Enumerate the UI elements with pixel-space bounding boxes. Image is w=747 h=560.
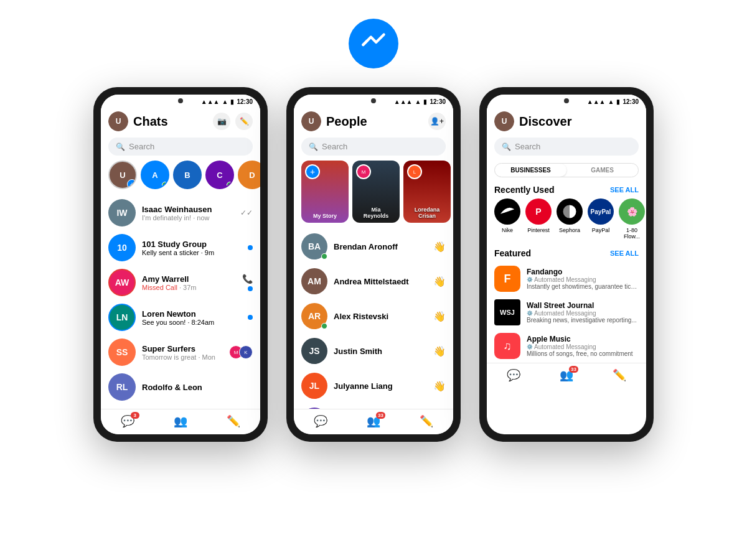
chat-item-rodolfo[interactable]: RL Rodolfo & Leon bbox=[101, 370, 260, 404]
apple-music-type: ⚙️ Automated Messaging bbox=[527, 343, 639, 350]
nav-chats-p[interactable]: 💬 bbox=[314, 414, 327, 428]
person-julyanne[interactable]: JL Julyanne Liang 👋 bbox=[294, 368, 453, 403]
my-story-bubble[interactable]: U + bbox=[108, 161, 137, 189]
loredana-label: LoredanaCrisan bbox=[403, 207, 451, 219]
fandango-name: Fandango bbox=[527, 268, 639, 276]
person-justin[interactable]: JS Justin Smith 👋 bbox=[294, 334, 453, 368]
chat-name-rodolfo: Rodolfo & Leon bbox=[142, 383, 253, 392]
fandango-info: Fandango ⚙️ Automated Messaging Instantl… bbox=[527, 268, 639, 290]
chats-search-placeholder: Search bbox=[129, 142, 154, 151]
wave-justin[interactable]: 👋 bbox=[433, 345, 446, 357]
chats-stories-row: U + A B C D bbox=[101, 161, 260, 195]
add-story-btn[interactable]: + bbox=[305, 164, 320, 179]
tab-games[interactable]: GAMES bbox=[566, 164, 638, 177]
search-icon-p: 🔍 bbox=[309, 142, 318, 151]
chat-avatar-surfers: SS bbox=[108, 338, 136, 366]
mia-label: MiaReynolds bbox=[352, 207, 400, 219]
recently-used-see-all[interactable]: SEE ALL bbox=[610, 186, 639, 194]
brands-row: Nike P Pinterest Sephora bbox=[487, 198, 646, 246]
my-story-label: My Story bbox=[301, 213, 349, 219]
wave-andrea[interactable]: 👋 bbox=[433, 276, 446, 287]
brand-nike[interactable]: Nike bbox=[494, 198, 520, 240]
camera-button[interactable]: 📷 bbox=[213, 113, 230, 130]
featured-apple-music[interactable]: ♫ Apple Music ⚙️ Automated Messaging Mil… bbox=[487, 329, 646, 363]
brand-flow[interactable]: 🌸 1-80Flow... bbox=[619, 198, 645, 240]
chat-avatar-isaac: IW bbox=[108, 199, 136, 226]
online-alex bbox=[321, 323, 327, 329]
discover-search-bar[interactable]: 🔍 Search bbox=[494, 138, 639, 156]
chat-item-isaac[interactable]: IW Isaac Weinhausen I'm definately in! ·… bbox=[101, 195, 260, 230]
person-alex[interactable]: AR Alex Ristevski 👋 bbox=[294, 299, 453, 334]
chat-item-study-group[interactable]: 10 101 Study Group Kelly sent a sticker … bbox=[101, 230, 260, 265]
nav-chats[interactable]: 💬 3 bbox=[121, 414, 134, 428]
story-2[interactable]: B bbox=[173, 161, 202, 189]
chat-avatar-loren: LN bbox=[108, 304, 136, 331]
nav-people[interactable]: 👥 bbox=[174, 414, 187, 428]
wsj-name: Wall Street Journal bbox=[527, 301, 639, 310]
person-brendan[interactable]: BA Brendan Aronoff 👋 bbox=[294, 229, 453, 264]
avatar-alex: AR bbox=[301, 303, 327, 329]
chat-info-amy: Amy Warrell Missed Call · 37m bbox=[142, 274, 236, 291]
people-screen: ▲▲▲ ▲ ▮ 12:30 U People 👤+ 🔍 Search bbox=[294, 95, 453, 434]
story-4[interactable]: D bbox=[238, 161, 260, 189]
featured-wsj[interactable]: WSJ Wall Street Journal ⚙️ Automated Mes… bbox=[487, 296, 646, 329]
nav-chats-d[interactable]: 💬 bbox=[507, 368, 520, 382]
read-check-icon: ✓✓ bbox=[240, 208, 253, 217]
edit-button[interactable]: ✏️ bbox=[235, 113, 253, 130]
people-badge: 33 bbox=[376, 412, 385, 419]
unread-dot-amy bbox=[248, 286, 253, 291]
nike-name: Nike bbox=[502, 227, 513, 233]
name-andrea: Andrea Mittelstaedt bbox=[334, 277, 427, 286]
nav-compose-p[interactable]: ✏️ bbox=[420, 414, 433, 428]
flow-name: 1-80Flow... bbox=[624, 227, 640, 240]
chat-item-surfers[interactable]: SS Super Surfers Tomorrow is great · Mon… bbox=[101, 335, 260, 370]
chats-search-bar[interactable]: 🔍 Search bbox=[108, 138, 253, 156]
brand-pinterest[interactable]: P Pinterest bbox=[525, 198, 552, 240]
person-andrea[interactable]: AM Andrea Mittelstaedt 👋 bbox=[294, 264, 453, 299]
battery-icon: ▮ bbox=[230, 98, 234, 105]
add-person-button[interactable]: 👤+ bbox=[428, 113, 446, 130]
nav-people-p[interactable]: 👥 33 bbox=[367, 414, 380, 428]
wsj-info: Wall Street Journal ⚙️ Automated Messagi… bbox=[527, 301, 639, 324]
time-discover: 12:30 bbox=[622, 98, 639, 105]
chat-item-loren[interactable]: LN Loren Newton See you soon! · 8:24am bbox=[101, 300, 260, 335]
apple-music-info: Apple Music ⚙️ Automated Messaging Milli… bbox=[527, 335, 639, 357]
chat-item-amy[interactable]: AW Amy Warrell Missed Call · 37m 📞 bbox=[101, 265, 260, 300]
discover-tabs: BUSINESSES GAMES bbox=[494, 163, 639, 177]
nav-compose-d[interactable]: ✏️ bbox=[613, 368, 626, 382]
pinterest-name: Pinterest bbox=[527, 227, 550, 233]
status-bar-discover: ▲▲▲ ▲ ▮ 12:30 bbox=[487, 95, 646, 106]
tab-businesses[interactable]: BUSINESSES bbox=[495, 164, 566, 177]
sephora-logo bbox=[557, 198, 583, 225]
featured-see-all[interactable]: SEE ALL bbox=[610, 250, 639, 257]
story-3[interactable]: C bbox=[205, 161, 234, 189]
my-story-card[interactable]: + My Story bbox=[301, 161, 349, 223]
nav-people-d[interactable]: 👥 33 bbox=[560, 368, 573, 382]
chat-info-rodolfo: Rodolfo & Leon bbox=[142, 383, 253, 392]
nav-compose[interactable]: ✏️ bbox=[227, 414, 240, 428]
avatar-andrea: AM bbox=[301, 268, 327, 294]
people-list: BA Brendan Aronoff 👋 AM Andrea Mittelsta… bbox=[294, 229, 453, 409]
wave-brendan[interactable]: 👋 bbox=[433, 241, 446, 253]
story-1[interactable]: A bbox=[141, 161, 169, 189]
status-bar-people: ▲▲▲ ▲ ▮ 12:30 bbox=[294, 95, 453, 106]
brand-paypal[interactable]: PayPal PayPal bbox=[588, 198, 614, 240]
recently-used-title: Recently Used bbox=[494, 185, 554, 195]
featured-fandango[interactable]: F Fandango ⚙️ Automated Messaging Instan… bbox=[487, 262, 646, 296]
chat-preview-study: Kelly sent a sticker · 9m bbox=[142, 249, 242, 256]
discover-title: Discover bbox=[519, 114, 639, 129]
apple-music-desc: Millions of songs, free, no commitment bbox=[527, 350, 639, 357]
story-add-button[interactable]: + bbox=[127, 179, 137, 189]
people-nav-icon: 👥 bbox=[174, 414, 187, 428]
wave-julyanne[interactable]: 👋 bbox=[433, 380, 446, 392]
story-loredana[interactable]: L LoredanaCrisan bbox=[403, 161, 451, 223]
loredana-avatar: L bbox=[407, 164, 422, 179]
brand-sephora[interactable]: Sephora bbox=[557, 198, 583, 240]
chat-avatar-amy: AW bbox=[108, 269, 136, 296]
sephora-name: Sephora bbox=[559, 227, 580, 233]
chat-avatar-rodolfo: RL bbox=[108, 373, 136, 401]
story-mia[interactable]: M MiaReynolds bbox=[352, 161, 400, 223]
person-band-club[interactable]: BC Band Club Christian and Brendan are a… bbox=[294, 403, 453, 409]
wave-alex[interactable]: 👋 bbox=[433, 310, 446, 322]
people-search-bar[interactable]: 🔍 Search bbox=[301, 138, 446, 156]
